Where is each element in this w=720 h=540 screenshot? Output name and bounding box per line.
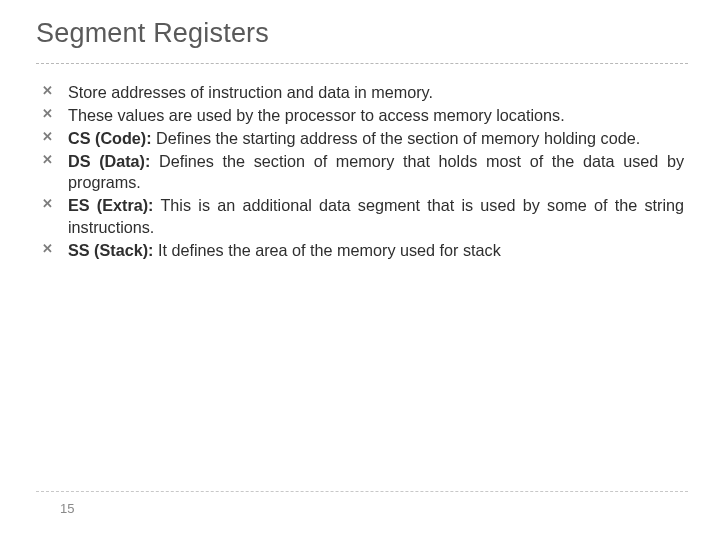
slide-title: Segment Registers [36,18,688,49]
list-item: ✕ Store addresses of instruction and dat… [42,82,684,104]
page-number: 15 [60,501,74,516]
bullet-icon: ✕ [42,195,53,213]
bullet-text: This is an additional data segment that … [68,196,684,236]
bullet-label: CS (Code): [68,129,152,147]
content-area: ✕ Store addresses of instruction and dat… [36,82,688,262]
list-item: ✕ ES (Extra): This is an additional data… [42,195,684,239]
bullet-text: It defines the area of the memory used f… [153,241,500,259]
bullet-label: ES (Extra): [68,196,154,214]
bullet-list: ✕ Store addresses of instruction and dat… [42,82,684,262]
bullet-label: DS (Data): [68,152,150,170]
bullet-icon: ✕ [42,82,53,100]
bullet-icon: ✕ [42,105,53,123]
list-item: ✕ DS (Data): Defines the section of memo… [42,151,684,195]
bullet-text: Defines the section of memory that holds… [68,152,684,192]
list-item: ✕ These values are used by the processor… [42,105,684,127]
bullet-text: These values are used by the processor t… [68,106,565,124]
title-divider [36,63,688,64]
list-item: ✕ SS (Stack): It defines the area of the… [42,240,684,262]
bullet-icon: ✕ [42,128,53,146]
list-item: ✕ CS (Code): Defines the starting addres… [42,128,684,150]
bullet-text: Store addresses of instruction and data … [68,83,433,101]
bullet-icon: ✕ [42,240,53,258]
bullet-text: Defines the starting address of the sect… [152,129,641,147]
bullet-label: SS (Stack): [68,241,153,259]
footer-divider [36,491,688,492]
bullet-icon: ✕ [42,151,53,169]
